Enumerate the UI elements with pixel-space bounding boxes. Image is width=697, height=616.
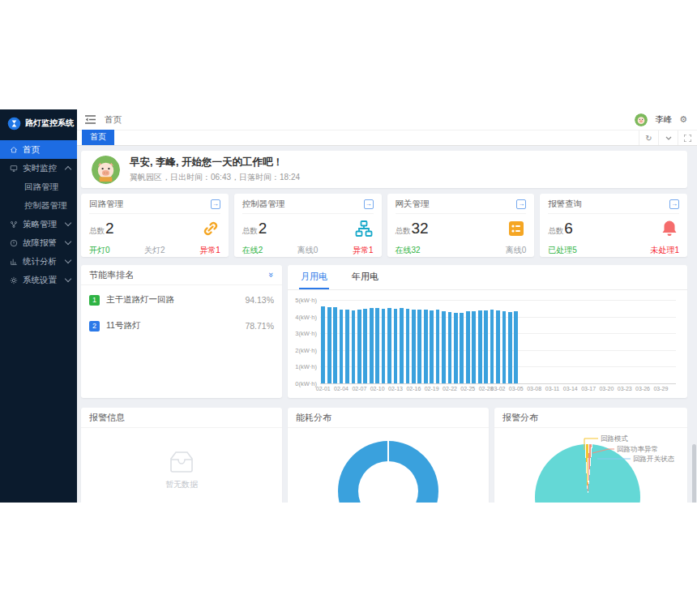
monitor-icon [9,164,18,173]
expand-double-chevron-icon[interactable]: » [267,272,276,277]
stat-cards-row: 回路管理 → 总数2 [81,194,687,257]
total-value: 2 [105,220,114,237]
bar-chart-plot: 5(kW·h)4(kW·h)3(kW·h)2(kW·h)1(kW·h)0(kW·… [320,300,676,383]
alert-circle-icon [9,238,18,247]
sidebar-collapse-icon[interactable] [83,113,96,126]
tab-options-chevron-icon[interactable] [658,130,678,145]
pie-callout-lines [494,428,687,503]
gateway-icon [507,219,526,238]
alarm-pie-chart: 回路模式 回路功率异常 回路开关状态 [494,428,687,503]
bar-chart-icon [9,257,18,266]
empty-state: 暂无数据 [81,451,282,490]
bell-icon [660,219,679,238]
fullscreen-icon[interactable] [678,130,697,145]
top-header: 首页 李峰 ⚙ [77,109,697,130]
panel-title: 能耗分布 [296,412,331,424]
rank-badge: 2 [89,321,100,332]
tab-yearly-usage[interactable]: 年用电 [350,265,380,289]
chevron-down-icon [65,238,71,245]
tab-bar: 首页 ↻ [77,130,697,146]
total-value: 32 [412,220,429,237]
stat-abnormal: 异常1 [353,245,374,256]
alarm-distribution-panel: 报警分布 回路模式 回路功率异常 回路开关状态 [494,408,687,503]
sidebar: 路灯监控系统 首页 实时监控 回路管理 [0,109,77,503]
strategy-icon [9,220,18,229]
energy-saving-ranking-panel: 节能率排名 » 1 主干道路灯一回路 94.13% 2 11号路灯 78.71% [81,265,282,398]
stat-offline: 离线0 [506,245,527,256]
app-logo: 路灯监控系统 [0,109,77,137]
empty-inbox-icon [166,451,197,473]
greeting-title: 早安, 李峰, 开始您一天的工作吧！ [130,156,300,169]
sidebar-item-strategy-mgmt[interactable]: 策略管理 [0,215,77,233]
tab-home[interactable]: 首页 [82,130,114,145]
bar-chart: 5(kW·h)4(kW·h)3(kW·h)2(kW·h)1(kW·h)0(kW·… [291,295,681,396]
card-arrow-link-icon[interactable]: → [364,199,374,209]
card-title: 报警查询 [548,199,582,210]
tab-monthly-usage[interactable]: 月用电 [299,265,329,289]
chevron-down-icon [65,257,71,263]
sidebar-item-home[interactable]: 首页 [0,140,77,159]
total-value: 2 [259,220,267,237]
empty-state-text: 暂无数据 [165,479,198,490]
sidebar-subitem-label: 回路管理 [24,182,58,193]
content-area: 早安, 李峰, 开始您一天的工作吧！ 翼帆园区，日出时间：06:43，日落时间：… [77,146,697,503]
card-arrow-link-icon[interactable]: → [669,199,679,209]
refresh-icon[interactable]: ↻ [639,130,658,145]
card-circuit-mgmt: 回路管理 → 总数2 [81,194,229,257]
sidebar-item-settings[interactable]: 系统设置 [0,271,77,289]
stat-handled: 已处理5 [548,245,577,256]
sidebar-item-realtime-monitor[interactable]: 实时监控 [0,159,77,178]
rank-name: 主干道路灯一回路 [106,294,174,306]
sidebar-item-label: 故障报警 [23,237,57,249]
card-arrow-link-icon[interactable]: → [516,199,526,209]
user-name[interactable]: 李峰 [655,114,672,126]
sidebar-subitem-circuit-mgmt[interactable]: 回路管理 [0,178,77,196]
greeting-texts: 早安, 李峰, 开始您一天的工作吧！ 翼帆园区，日出时间：06:43，日落时间：… [130,156,300,183]
sidebar-subitem-controller-mgmt[interactable]: 控制器管理 [0,196,77,215]
bottom-row: 报警信息 暂无数据 能耗分布 [81,408,687,503]
greeting-card: 早安, 李峰, 开始您一天的工作吧！ 翼帆园区，日出时间：06:43，日落时间：… [81,151,687,188]
stat-online: 在线2 [242,245,263,256]
breadcrumb[interactable]: 首页 [105,114,122,126]
greeting-subtitle: 翼帆园区，日出时间：06:43，日落时间：18:24 [130,172,300,183]
scrollbar-thumb[interactable] [692,444,696,503]
gear-icon [9,276,18,284]
logo-icon [7,117,21,130]
link-icon [201,219,220,238]
sidebar-item-label: 实时监控 [23,163,57,174]
rank-value: 78.71% [245,321,274,331]
stat-online: 在线32 [396,245,421,256]
rank-badge: 1 [89,295,100,306]
chevron-down-icon [65,220,71,226]
card-controller-mgmt: 控制器管理 → 总数2 [234,194,382,257]
total-value: 6 [564,220,573,237]
total-label: 总数 [89,226,105,235]
card-arrow-link-icon[interactable]: → [211,199,220,209]
card-title: 控制器管理 [242,199,285,210]
screen: 路灯监控系统 首页 实时监控 回路管理 [0,0,697,616]
panel-title: 报警分布 [502,412,538,424]
sidebar-item-statistics[interactable]: 统计分析 [0,252,77,271]
rank-value: 94.13% [245,295,274,305]
alarm-info-panel: 报警信息 暂无数据 [81,408,282,503]
ranking-row-2: 2 11号路灯 78.71% [81,314,282,337]
main-area: 首页 李峰 ⚙ 首页 ↻ [77,109,697,503]
usage-tabs: 月用电 年用电 [288,265,687,290]
stat-abnormal: 异常1 [199,245,220,256]
card-title: 网关管理 [396,199,430,210]
chevron-up-icon [65,166,71,173]
pie-label-switch-status: 回路开关状态 [633,455,674,464]
sidebar-item-label: 系统设置 [23,275,57,286]
user-avatar[interactable] [635,113,648,126]
total-label: 总数 [548,226,563,235]
sidebar-subitem-label: 控制器管理 [24,200,67,212]
rank-name: 11号路灯 [106,320,140,332]
sidebar-menu: 首页 实时监控 回路管理 控制器管理 [0,140,77,289]
middle-row: 节能率排名 » 1 主干道路灯一回路 94.13% 2 11号路灯 78.71% [81,265,687,398]
settings-gear-icon[interactable]: ⚙ [679,115,687,124]
ranking-row-1: 1 主干道路灯一回路 94.13% [81,289,282,311]
app-window: 路灯监控系统 首页 实时监控 回路管理 [0,109,697,503]
sidebar-item-fault-alarm[interactable]: 故障报警 [0,233,77,252]
sitemap-icon [354,219,374,238]
stat-lights-on: 开灯0 [89,245,110,256]
